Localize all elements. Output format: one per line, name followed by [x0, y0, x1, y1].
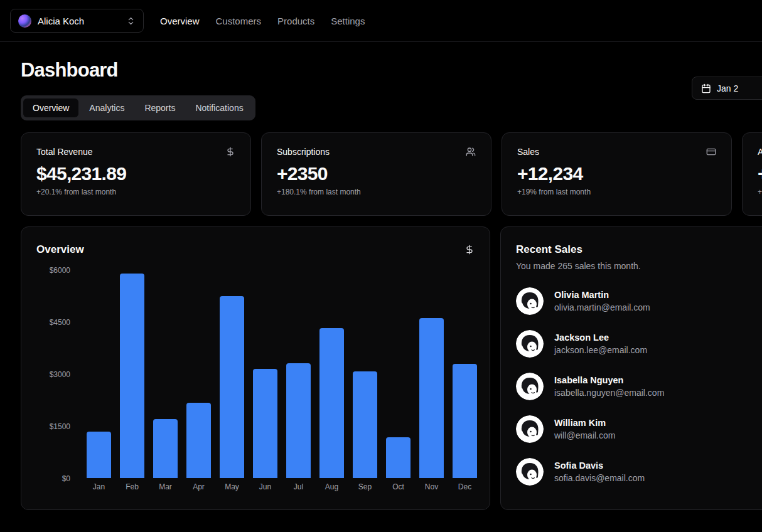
date-range-picker-button[interactable]: Jan 2 — [692, 77, 762, 100]
sale-row: Isabella Nguyenisabella.nguyen@email.com — [516, 373, 762, 400]
chart-title: Overview — [36, 243, 84, 256]
customer-avatar — [516, 330, 544, 358]
customer-avatar — [516, 287, 544, 315]
stat-card-subscriptions: Subscriptions +2350 +180.1% from last mo… — [261, 132, 491, 216]
bar-feb[interactable] — [120, 274, 144, 478]
bar-nov[interactable] — [419, 318, 444, 478]
sale-row: Sofia Davissofia.davis@email.com — [516, 458, 762, 486]
customer-name: Olivia Martin — [554, 290, 650, 300]
stat-value: $45,231.89 — [36, 163, 235, 184]
customer-name: Jackson Lee — [554, 332, 647, 343]
bar-sep[interactable] — [353, 371, 377, 478]
page-title: Dashboard — [21, 59, 741, 82]
tab-analytics[interactable]: Analytics — [80, 98, 134, 117]
stat-value: + — [758, 163, 762, 184]
x-tick-label: Oct — [382, 482, 415, 491]
overview-chart-card: Overview $0$1500$3000$4500$6000 JanFebMa… — [21, 226, 490, 510]
recent-sales-title: Recent Sales — [516, 243, 762, 256]
stat-delta: +180.1% from last month — [277, 188, 476, 196]
bar-jun[interactable] — [253, 369, 277, 478]
chevrons-up-down-icon — [126, 16, 136, 26]
bar-apr[interactable] — [186, 403, 211, 478]
stat-delta: +20.1% from last month — [36, 188, 235, 196]
bar-column — [149, 419, 182, 478]
bar-may[interactable] — [220, 296, 244, 479]
bottom-row: Overview $0$1500$3000$4500$6000 JanFebMa… — [21, 226, 741, 510]
users-icon — [466, 147, 476, 157]
sale-row: Olivia Martinolivia.martin@email.com — [516, 287, 762, 315]
bar-oct[interactable] — [386, 437, 411, 478]
bar-column — [215, 296, 249, 479]
bar-column — [415, 318, 448, 478]
sale-row: Jackson Leejackson.lee@email.com — [516, 330, 762, 358]
chart-bars-area — [82, 270, 481, 478]
nav-item-settings[interactable]: Settings — [331, 16, 365, 26]
team-switcher-button[interactable]: Alicia Koch — [10, 9, 144, 33]
bar-column — [282, 363, 315, 478]
bar-jan[interactable] — [87, 432, 111, 478]
dollar-sign-icon — [225, 147, 235, 157]
recent-sales-subtitle: You made 265 sales this month. — [516, 261, 762, 271]
stat-value: +12,234 — [517, 163, 716, 184]
chart-x-axis: JanFebMarAprMayJunJulAugSepOctNovDec — [82, 482, 481, 491]
bar-column — [348, 371, 382, 478]
nav-item-products[interactable]: Products — [277, 16, 314, 26]
customer-avatar — [516, 458, 544, 486]
stat-card-truncated: A + + — [742, 132, 762, 216]
x-tick-label: Nov — [415, 482, 448, 491]
bar-column — [249, 369, 282, 478]
x-tick-label: Jun — [249, 482, 282, 491]
calendar-icon — [701, 83, 711, 93]
y-tick-label: $3000 — [36, 370, 70, 379]
tab-overview[interactable]: Overview — [23, 98, 78, 117]
bar-column — [382, 437, 415, 478]
customer-name: William Kim — [554, 418, 615, 428]
credit-card-icon — [706, 147, 716, 157]
x-tick-label: Feb — [115, 482, 149, 491]
date-range-label: Jan 2 — [717, 83, 738, 93]
stat-value: +2350 — [277, 163, 476, 184]
stat-title: Subscriptions — [277, 147, 330, 157]
customer-name: Isabella Nguyen — [554, 375, 664, 385]
bar-chart: $0$1500$3000$4500$6000 JanFebMarAprMayJu… — [36, 270, 475, 491]
team-name: Alicia Koch — [38, 16, 120, 26]
y-tick-label: $6000 — [36, 266, 70, 275]
tab-notifications[interactable]: Notifications — [186, 98, 252, 117]
y-tick-label: $4500 — [36, 318, 70, 327]
nav-item-overview[interactable]: Overview — [160, 16, 200, 26]
bar-column — [182, 403, 215, 478]
customer-avatar — [516, 415, 544, 443]
bar-mar[interactable] — [153, 419, 178, 478]
x-tick-label: Sep — [348, 482, 382, 491]
stat-title: Total Revenue — [36, 147, 93, 157]
bar-column — [82, 432, 115, 478]
x-tick-label: Jan — [82, 482, 115, 491]
x-tick-label: Dec — [448, 482, 481, 491]
stat-delta: +19% from last month — [517, 188, 716, 196]
stat-card-sales: Sales +12,234 +19% from last month — [502, 132, 732, 216]
sale-row: William Kimwill@email.com — [516, 415, 762, 443]
bar-column — [115, 274, 149, 478]
customer-email: will@email.com — [554, 430, 615, 440]
stat-title: Sales — [517, 147, 539, 157]
y-tick-label: $0 — [36, 474, 70, 483]
tab-reports[interactable]: Reports — [135, 98, 185, 117]
customer-email: jackson.lee@email.com — [554, 345, 647, 355]
customer-avatar — [516, 373, 544, 400]
bar-jul[interactable] — [286, 363, 311, 478]
customer-email: sofia.davis@email.com — [554, 473, 645, 483]
bar-dec[interactable] — [453, 364, 477, 478]
stat-title: A — [758, 147, 762, 157]
dashboard-tabs: Overview Analytics Reports Notifications — [21, 95, 255, 120]
chart-y-axis: $0$1500$3000$4500$6000 — [36, 270, 70, 478]
x-tick-label: Mar — [149, 482, 182, 491]
stat-card-total-revenue: Total Revenue $45,231.89 +20.1% from las… — [21, 132, 251, 216]
bar-aug[interactable] — [319, 328, 344, 478]
customer-email: isabella.nguyen@email.com — [554, 388, 664, 398]
main-nav: Overview Customers Products Settings — [160, 16, 365, 26]
dollar-sign-icon — [464, 245, 475, 255]
nav-item-customers[interactable]: Customers — [216, 16, 262, 26]
stat-delta: + — [758, 188, 762, 196]
bar-column — [448, 364, 481, 478]
x-tick-label: Apr — [182, 482, 215, 491]
